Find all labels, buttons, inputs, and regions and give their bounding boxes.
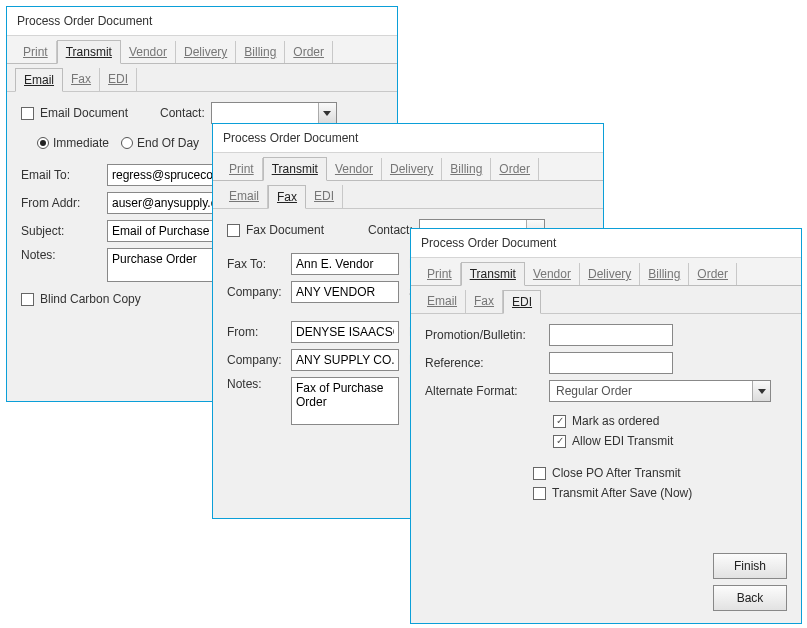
tab-print[interactable]: Print [15,41,57,63]
fax-notes-label: Notes: [227,377,285,391]
company-from-label: Company: [227,353,285,367]
subtab-fax[interactable]: Fax [268,185,306,209]
tab-vendor[interactable]: Vendor [121,41,176,63]
mark-ordered-label: Mark as ordered [572,414,659,428]
window-title: Process Order Document [213,124,603,153]
email-document-checkbox[interactable] [21,107,34,120]
company-to-label: Company: [227,285,285,299]
subtab-email[interactable]: Email [419,290,466,313]
allow-edi-label: Allow EDI Transmit [572,434,673,448]
bcc-label: Blind Carbon Copy [40,292,141,306]
tabs-transmit-sub: Email Fax EDI [7,64,397,92]
allow-edi-checkbox[interactable]: ✓ [553,435,566,448]
end-of-day-radio[interactable] [121,137,133,149]
tab-vendor[interactable]: Vendor [327,158,382,180]
company-to-input[interactable] [291,281,399,303]
email-to-label: Email To: [21,168,101,182]
subtab-fax[interactable]: Fax [63,68,100,91]
reference-input[interactable] [549,352,673,374]
subtab-fax[interactable]: Fax [466,290,503,313]
fax-document-label: Fax Document [246,223,324,237]
transmit-save-checkbox[interactable] [533,487,546,500]
company-from-input[interactable] [291,349,399,371]
subtab-email[interactable]: Email [15,68,63,92]
window-title: Process Order Document [411,229,801,258]
tab-billing[interactable]: Billing [236,41,285,63]
close-po-checkbox[interactable] [533,467,546,480]
tab-order[interactable]: Order [689,263,737,285]
tab-order[interactable]: Order [285,41,333,63]
bcc-checkbox[interactable] [21,293,34,306]
subtab-edi[interactable]: EDI [503,290,541,314]
chevron-down-icon [752,381,770,401]
fax-to-input[interactable] [291,253,399,275]
notes-label: Notes: [21,248,101,262]
tab-transmit[interactable]: Transmit [461,262,525,286]
promo-input[interactable] [549,324,673,346]
tab-delivery[interactable]: Delivery [580,263,640,285]
tabs-main: Print Transmit Vendor Delivery Billing O… [7,36,397,64]
contact-combobox[interactable] [211,102,337,124]
subtab-email[interactable]: Email [221,185,268,208]
subtab-edi[interactable]: EDI [100,68,137,91]
tab-delivery[interactable]: Delivery [176,41,236,63]
immediate-radio[interactable] [37,137,49,149]
contact-label: Contact: [368,223,413,237]
tab-order[interactable]: Order [491,158,539,180]
promo-label: Promotion/Bulletin: [425,328,543,342]
mark-ordered-checkbox[interactable]: ✓ [553,415,566,428]
alt-format-combobox[interactable]: Regular Order [549,380,771,402]
email-document-label: Email Document [40,106,128,120]
immediate-label: Immediate [53,136,109,150]
tabs-main: Print Transmit Vendor Delivery Billing O… [411,258,801,286]
tab-transmit[interactable]: Transmit [263,157,327,181]
tab-billing[interactable]: Billing [442,158,491,180]
tab-delivery[interactable]: Delivery [382,158,442,180]
finish-button[interactable]: Finish [713,553,787,579]
from-input[interactable] [291,321,399,343]
transmit-save-label: Transmit After Save (Now) [552,486,692,500]
tab-vendor[interactable]: Vendor [525,263,580,285]
chevron-down-icon [318,103,336,123]
subtab-edi[interactable]: EDI [306,185,343,208]
fax-notes-textarea[interactable]: Fax of Purchase Order [291,377,399,425]
alt-format-label: Alternate Format: [425,384,543,398]
from-label: From: [227,325,285,339]
tabs-main: Print Transmit Vendor Delivery Billing O… [213,153,603,181]
dialog-edi: Process Order Document Print Transmit Ve… [410,228,802,624]
alt-format-value: Regular Order [550,381,752,401]
tab-transmit[interactable]: Transmit [57,40,121,64]
end-of-day-label: End Of Day [137,136,199,150]
from-addr-label: From Addr: [21,196,101,210]
fax-to-label: Fax To: [227,257,285,271]
tabs-transmit-sub: Email Fax EDI [213,181,603,209]
tab-print[interactable]: Print [419,263,461,285]
back-button[interactable]: Back [713,585,787,611]
tab-billing[interactable]: Billing [640,263,689,285]
subject-label: Subject: [21,224,101,238]
window-title: Process Order Document [7,7,397,36]
tabs-transmit-sub: Email Fax EDI [411,286,801,314]
contact-label: Contact: [160,106,205,120]
close-po-label: Close PO After Transmit [552,466,681,480]
fax-document-checkbox[interactable] [227,224,240,237]
reference-label: Reference: [425,356,543,370]
tab-print[interactable]: Print [221,158,263,180]
